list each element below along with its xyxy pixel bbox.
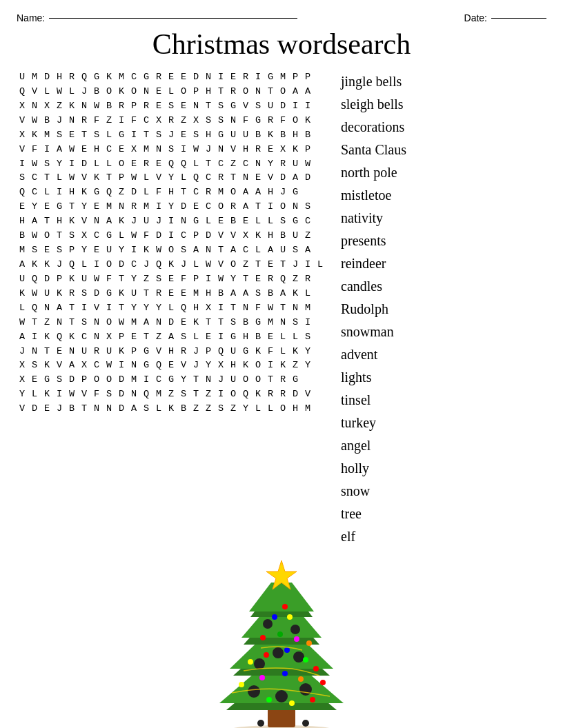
grid-row: YLKIWVFSDNQMZSTZIOQKRRDV (17, 387, 327, 402)
grid-cell: E (66, 128, 79, 143)
grid-cell: J (79, 85, 91, 99)
grid-row: EYEGTYEMNRMIYDECORATIONS (17, 200, 327, 214)
grid-cell: B (277, 128, 290, 143)
grid-cell: T (203, 157, 215, 172)
grid-cell: S (178, 243, 190, 258)
grid-cell: S (302, 200, 315, 214)
grid-cell (302, 185, 315, 200)
grid-row: WTZNTSNOWMANDEKTTSBGMNSI (17, 316, 327, 330)
grid-cell: I (253, 70, 265, 85)
christmas-tree (185, 555, 378, 728)
grid-cell: K (41, 358, 54, 373)
grid-cell: X (17, 99, 29, 114)
grid-cell: E (166, 287, 178, 301)
word-list-item: holly (341, 457, 444, 480)
grid-cell: T (203, 99, 215, 114)
grid-cell: R (79, 114, 91, 128)
grid-cell: S (302, 330, 315, 345)
grid-cell: V (215, 258, 228, 272)
grid-cell: Q (240, 387, 253, 402)
page-title: Christmas wordsearch (17, 28, 546, 61)
grid-cell: P (302, 143, 315, 157)
grid-cell: U (41, 287, 54, 301)
grid-cell: C (178, 229, 190, 243)
grid-cell: S (29, 243, 41, 258)
grid-cell: R (203, 185, 215, 200)
grid-cell: R (253, 143, 265, 157)
grid-cell: A (265, 243, 277, 258)
grid-cell: V (17, 114, 29, 128)
grid-cell: Q (153, 358, 166, 373)
grid-cell: E (265, 330, 277, 345)
grid-cell: X (41, 99, 54, 114)
grid-cell: P (54, 272, 66, 287)
grid-cell: R (166, 114, 178, 128)
grid-cell: S (153, 272, 166, 287)
grid-cell: Y (166, 171, 178, 185)
grid-cell: G (290, 373, 302, 387)
grid-cell: A (240, 185, 253, 200)
grid-cell: G (240, 345, 253, 359)
grid-cell: I (128, 243, 141, 258)
grid-cell: H (17, 214, 29, 229)
grid-cell: W (190, 143, 203, 157)
grid-cell: N (153, 316, 166, 330)
grid-cell: T (79, 402, 91, 416)
grid-cell: V (265, 171, 277, 185)
grid-cell: T (215, 85, 228, 99)
grid-cell: Z (103, 114, 116, 128)
grid-cell: E (178, 70, 190, 85)
grid-cell: T (41, 345, 54, 359)
grid-cell: M (265, 316, 277, 330)
grid-cell: W (265, 301, 277, 316)
grid-cell: M (215, 185, 228, 200)
svg-point-11 (263, 619, 273, 629)
grid-cell: I (215, 330, 228, 345)
grid-cell: D (128, 185, 141, 200)
grid-cell: T (277, 258, 290, 272)
grid-cell: S (66, 229, 79, 243)
word-list-item: reindeer (341, 252, 444, 275)
grid-cell: J (153, 214, 166, 229)
grid-cell: I (302, 258, 315, 272)
grid-cell: D (79, 157, 91, 172)
grid-cell: O (240, 373, 253, 387)
grid-cell: W (29, 229, 41, 243)
grid-cell: Y (141, 301, 153, 316)
grid-cell: E (41, 200, 54, 214)
grid-cell: V (302, 387, 315, 402)
grid-cell: A (17, 330, 29, 345)
grid-row: HATHKVNAKJUJINGLEBELLSGC (17, 214, 327, 229)
grid-cell: W (29, 114, 41, 128)
grid-cell: A (190, 243, 203, 258)
grid-cell: B (253, 128, 265, 143)
grid-cell: S (190, 128, 203, 143)
grid-cell: I (265, 358, 277, 373)
grid-cell: G (228, 330, 240, 345)
grid-cell: Z (116, 185, 128, 200)
svg-point-17 (299, 683, 312, 696)
grid-cell: T (277, 301, 290, 316)
svg-point-21 (287, 614, 293, 620)
grid-cell: D (116, 373, 128, 387)
grid-cell: U (103, 243, 116, 258)
grid-cell: B (240, 316, 253, 330)
grid-cell: M (141, 200, 153, 214)
grid-cell: I (54, 185, 66, 200)
grid-cell: H (91, 143, 103, 157)
grid-cell: T (228, 301, 240, 316)
grid-cell: G (215, 128, 228, 143)
grid-cell: N (253, 157, 265, 172)
grid-row: MSESPYEUYIKWOSANTACLAUSA (17, 243, 327, 258)
grid-cell: G (41, 373, 54, 387)
grid-cell: X (17, 128, 29, 143)
grid-cell: R (215, 171, 228, 185)
grid-cell: S (141, 402, 153, 416)
grid-cell: P (116, 171, 128, 185)
grid-cell: K (103, 70, 116, 85)
grid-cell: O (277, 85, 290, 99)
grid-cell: L (253, 243, 265, 258)
grid-cell: R (277, 373, 290, 387)
grid-cell: I (265, 200, 277, 214)
grid-cell: U (277, 243, 290, 258)
